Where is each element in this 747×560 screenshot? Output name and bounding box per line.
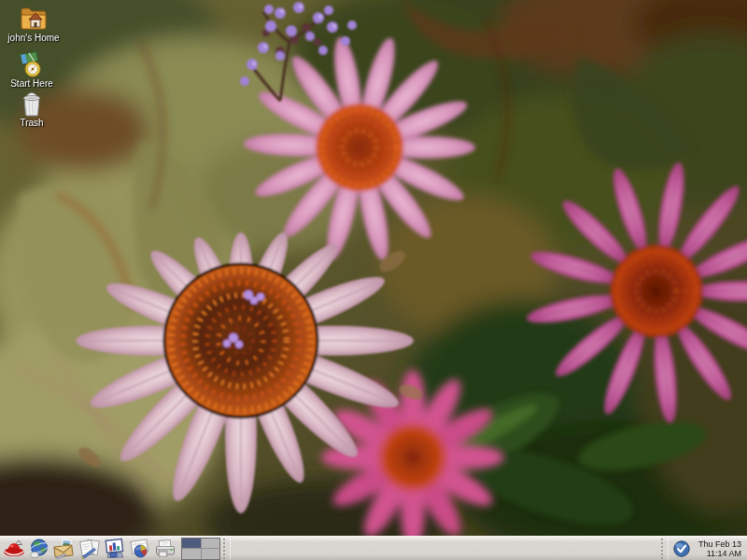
bottom-panel: Thu Feb 13 11:14 AM xyxy=(0,536,747,560)
clock-date: Thu Feb 13 xyxy=(698,539,741,549)
desktop-icon-label: john's Home xyxy=(7,33,59,44)
desktop-icon-start-here[interactable]: Start Here xyxy=(1,51,63,90)
email-launcher[interactable] xyxy=(52,538,77,560)
workspace-1-active[interactable] xyxy=(182,539,201,549)
spreadsheet-launcher[interactable] xyxy=(128,538,152,560)
printer-icon xyxy=(153,538,177,560)
desktop-icon-johns-home[interactable]: john's Home xyxy=(3,4,64,44)
desktop-icon-label: Start Here xyxy=(10,78,53,90)
word-processor-launcher[interactable] xyxy=(78,538,102,560)
desktop-icon-trash[interactable]: Trash xyxy=(1,91,63,129)
documents-pen-icon xyxy=(78,538,102,560)
bar-chart-screen-icon xyxy=(103,538,127,560)
workspace-switcher[interactable] xyxy=(181,538,220,560)
workspace-2[interactable] xyxy=(202,539,220,549)
desktop: john's Home Start Here Trash xyxy=(0,0,747,560)
pie-chart-sheet-icon xyxy=(128,538,152,560)
print-manager-launcher[interactable] xyxy=(153,538,177,560)
presentation-launcher[interactable] xyxy=(103,538,127,560)
globe-mouse-icon xyxy=(27,538,51,560)
clock[interactable]: Thu Feb 13 11:14 AM xyxy=(698,539,741,558)
home-folder-icon xyxy=(19,4,49,32)
trash-can-icon xyxy=(18,91,46,117)
redhat-fedora-icon xyxy=(2,538,26,560)
update-check-icon xyxy=(672,539,691,558)
panel-drag-handle-left[interactable] xyxy=(223,539,231,559)
update-notification-button[interactable] xyxy=(671,539,692,559)
workspace-4[interactable] xyxy=(202,549,220,559)
workspace-3[interactable] xyxy=(182,549,201,559)
wallpaper-coneflowers-photo xyxy=(0,0,747,536)
web-browser-launcher[interactable] xyxy=(27,538,51,560)
envelope-photo-icon xyxy=(52,538,77,560)
panel-drag-handle-right[interactable] xyxy=(661,539,669,559)
main-menu-button[interactable] xyxy=(2,538,26,560)
desktop-icon-label: Trash xyxy=(20,118,43,129)
clock-time: 11:14 AM xyxy=(698,549,741,558)
start-here-compass-icon xyxy=(17,51,47,77)
